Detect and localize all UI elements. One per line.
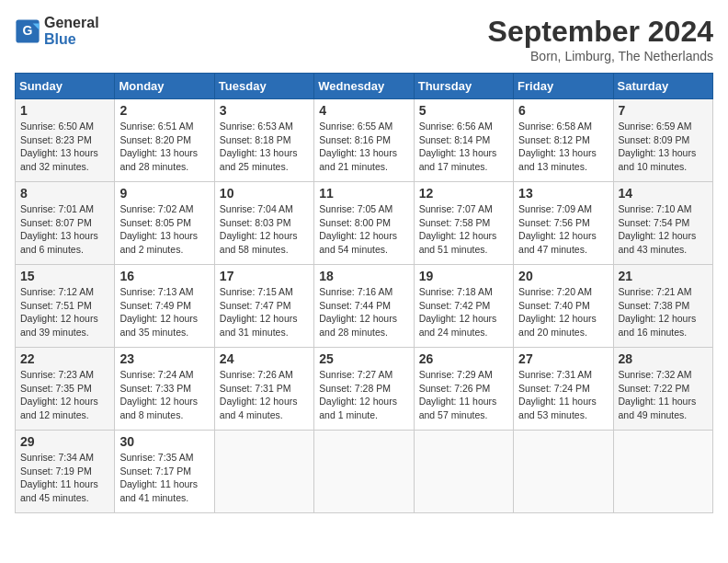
- day-number: 18: [319, 269, 408, 283]
- day-number: 29: [20, 434, 109, 449]
- day-info: Sunrise: 7:21 AM Sunset: 7:38 PM Dayligh…: [619, 285, 708, 339]
- day-info: Sunrise: 7:15 AM Sunset: 7:47 PM Dayligh…: [220, 285, 309, 339]
- calendar-cell: 28Sunrise: 7:32 AM Sunset: 7:22 PM Dayli…: [613, 348, 712, 431]
- calendar-cell: 14Sunrise: 7:10 AM Sunset: 7:54 PM Dayli…: [613, 182, 712, 265]
- calendar-cell: 19Sunrise: 7:18 AM Sunset: 7:42 PM Dayli…: [414, 265, 513, 348]
- day-header-sunday: Sunday: [16, 74, 115, 99]
- day-number: 13: [518, 186, 608, 201]
- day-info: Sunrise: 7:26 AM Sunset: 7:31 PM Dayligh…: [220, 368, 309, 422]
- logo-icon: G: [15, 18, 40, 44]
- calendar-cell: 20Sunrise: 7:20 AM Sunset: 7:40 PM Dayli…: [514, 265, 613, 348]
- calendar-cell: [514, 431, 613, 513]
- page-header: G General Blue September 2024 Born, Limb…: [15, 15, 713, 63]
- day-number: 8: [20, 186, 109, 201]
- week-row-5: 29Sunrise: 7:34 AM Sunset: 7:19 PM Dayli…: [16, 431, 713, 513]
- day-info: Sunrise: 6:59 AM Sunset: 8:09 PM Dayligh…: [619, 120, 708, 174]
- calendar-cell: [214, 431, 313, 513]
- day-info: Sunrise: 6:53 AM Sunset: 8:18 PM Dayligh…: [220, 120, 309, 174]
- day-info: Sunrise: 7:01 AM Sunset: 8:07 PM Dayligh…: [20, 202, 109, 257]
- day-info: Sunrise: 7:09 AM Sunset: 7:56 PM Dayligh…: [518, 202, 608, 257]
- calendar-cell: 5Sunrise: 6:56 AM Sunset: 8:14 PM Daylig…: [414, 99, 513, 182]
- calendar-cell: 8Sunrise: 7:01 AM Sunset: 8:07 PM Daylig…: [16, 182, 115, 265]
- calendar-cell: 13Sunrise: 7:09 AM Sunset: 7:56 PM Dayli…: [514, 182, 613, 265]
- day-number: 23: [119, 351, 209, 366]
- day-number: 28: [619, 351, 708, 366]
- day-number: 27: [518, 351, 608, 366]
- calendar-cell: 27Sunrise: 7:31 AM Sunset: 7:24 PM Dayli…: [514, 348, 613, 431]
- day-info: Sunrise: 7:23 AM Sunset: 7:35 PM Dayligh…: [20, 368, 109, 422]
- day-number: 22: [20, 351, 109, 366]
- calendar-cell: 1Sunrise: 6:50 AM Sunset: 8:23 PM Daylig…: [16, 99, 115, 182]
- day-number: 9: [119, 186, 209, 201]
- day-number: 30: [119, 434, 209, 449]
- svg-text:G: G: [23, 23, 33, 38]
- calendar-cell: 9Sunrise: 7:02 AM Sunset: 8:05 PM Daylig…: [115, 182, 214, 265]
- location: Born, Limburg, The Netherlands: [488, 49, 713, 63]
- day-info: Sunrise: 6:56 AM Sunset: 8:14 PM Dayligh…: [419, 120, 508, 174]
- week-row-2: 8Sunrise: 7:01 AM Sunset: 8:07 PM Daylig…: [16, 182, 713, 265]
- day-number: 2: [119, 103, 209, 118]
- day-header-wednesday: Wednesday: [314, 74, 414, 99]
- day-info: Sunrise: 7:20 AM Sunset: 7:40 PM Dayligh…: [518, 285, 608, 339]
- day-info: Sunrise: 7:10 AM Sunset: 7:54 PM Dayligh…: [619, 202, 708, 257]
- day-header-monday: Monday: [115, 74, 214, 99]
- day-info: Sunrise: 7:29 AM Sunset: 7:26 PM Dayligh…: [419, 368, 508, 422]
- calendar-cell: 26Sunrise: 7:29 AM Sunset: 7:26 PM Dayli…: [414, 348, 513, 431]
- logo-text: General Blue: [44, 15, 99, 47]
- day-header-thursday: Thursday: [414, 74, 513, 99]
- day-info: Sunrise: 6:50 AM Sunset: 8:23 PM Dayligh…: [20, 120, 109, 174]
- day-info: Sunrise: 7:07 AM Sunset: 7:58 PM Dayligh…: [419, 202, 508, 257]
- day-number: 5: [419, 103, 508, 118]
- calendar-cell: 30Sunrise: 7:35 AM Sunset: 7:17 PM Dayli…: [115, 431, 214, 513]
- day-info: Sunrise: 7:24 AM Sunset: 7:33 PM Dayligh…: [119, 368, 209, 422]
- calendar-table: SundayMondayTuesdayWednesdayThursdayFrid…: [15, 73, 713, 513]
- calendar-cell: 24Sunrise: 7:26 AM Sunset: 7:31 PM Dayli…: [214, 348, 313, 431]
- day-header-friday: Friday: [514, 74, 613, 99]
- day-info: Sunrise: 7:27 AM Sunset: 7:28 PM Dayligh…: [319, 368, 408, 422]
- day-number: 16: [119, 269, 209, 283]
- day-info: Sunrise: 7:31 AM Sunset: 7:24 PM Dayligh…: [518, 368, 608, 422]
- day-number: 1: [20, 103, 109, 118]
- day-number: 20: [518, 269, 608, 283]
- calendar-cell: 29Sunrise: 7:34 AM Sunset: 7:19 PM Dayli…: [16, 431, 115, 513]
- calendar-cell: 12Sunrise: 7:07 AM Sunset: 7:58 PM Dayli…: [414, 182, 513, 265]
- week-row-4: 22Sunrise: 7:23 AM Sunset: 7:35 PM Dayli…: [16, 348, 713, 431]
- day-info: Sunrise: 7:35 AM Sunset: 7:17 PM Dayligh…: [119, 451, 209, 505]
- day-number: 24: [220, 351, 309, 366]
- calendar-cell: 3Sunrise: 6:53 AM Sunset: 8:18 PM Daylig…: [214, 99, 313, 182]
- day-number: 14: [619, 186, 708, 201]
- calendar-cell: 2Sunrise: 6:51 AM Sunset: 8:20 PM Daylig…: [115, 99, 214, 182]
- calendar-cell: 18Sunrise: 7:16 AM Sunset: 7:44 PM Dayli…: [314, 265, 414, 348]
- day-info: Sunrise: 7:13 AM Sunset: 7:49 PM Dayligh…: [119, 285, 209, 339]
- calendar-cell: 21Sunrise: 7:21 AM Sunset: 7:38 PM Dayli…: [613, 265, 712, 348]
- day-info: Sunrise: 7:16 AM Sunset: 7:44 PM Dayligh…: [319, 285, 408, 339]
- calendar-body: 1Sunrise: 6:50 AM Sunset: 8:23 PM Daylig…: [16, 99, 713, 513]
- calendar-cell: 4Sunrise: 6:55 AM Sunset: 8:16 PM Daylig…: [314, 99, 414, 182]
- week-row-3: 15Sunrise: 7:12 AM Sunset: 7:51 PM Dayli…: [16, 265, 713, 348]
- day-number: 15: [20, 269, 109, 283]
- day-number: 19: [419, 269, 508, 283]
- day-info: Sunrise: 7:12 AM Sunset: 7:51 PM Dayligh…: [20, 285, 109, 339]
- calendar-cell: [314, 431, 414, 513]
- day-info: Sunrise: 7:18 AM Sunset: 7:42 PM Dayligh…: [419, 285, 508, 339]
- day-number: 17: [220, 269, 309, 283]
- day-number: 26: [419, 351, 508, 366]
- day-info: Sunrise: 7:02 AM Sunset: 8:05 PM Dayligh…: [119, 202, 209, 257]
- day-header-tuesday: Tuesday: [214, 74, 313, 99]
- day-info: Sunrise: 7:05 AM Sunset: 8:00 PM Dayligh…: [319, 202, 408, 257]
- logo: G General Blue: [15, 15, 99, 47]
- month-title: September 2024: [488, 15, 713, 49]
- title-block: September 2024 Born, Limburg, The Nether…: [488, 15, 713, 63]
- day-number: 4: [319, 103, 408, 118]
- day-info: Sunrise: 7:32 AM Sunset: 7:22 PM Dayligh…: [619, 368, 708, 422]
- day-number: 12: [419, 186, 508, 201]
- calendar-cell: 15Sunrise: 7:12 AM Sunset: 7:51 PM Dayli…: [16, 265, 115, 348]
- day-info: Sunrise: 6:51 AM Sunset: 8:20 PM Dayligh…: [119, 120, 209, 174]
- day-info: Sunrise: 7:34 AM Sunset: 7:19 PM Dayligh…: [20, 451, 109, 505]
- day-number: 10: [220, 186, 309, 201]
- calendar-cell: 16Sunrise: 7:13 AM Sunset: 7:49 PM Dayli…: [115, 265, 214, 348]
- calendar-cell: 17Sunrise: 7:15 AM Sunset: 7:47 PM Dayli…: [214, 265, 313, 348]
- calendar-cell: [613, 431, 712, 513]
- calendar-cell: 25Sunrise: 7:27 AM Sunset: 7:28 PM Dayli…: [314, 348, 414, 431]
- day-info: Sunrise: 6:55 AM Sunset: 8:16 PM Dayligh…: [319, 120, 408, 174]
